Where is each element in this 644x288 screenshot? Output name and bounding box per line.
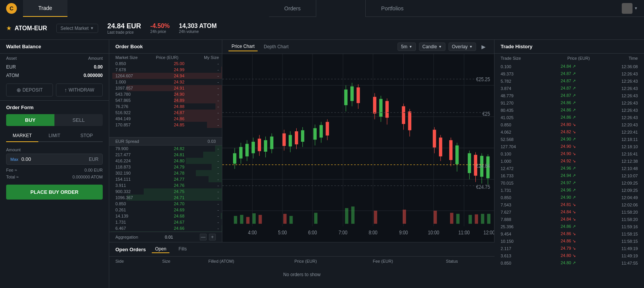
svg-rect-99 <box>345 208 348 224</box>
svg-rect-104 <box>450 213 453 224</box>
deposit-button[interactable]: ⊕ DEPOSIT <box>6 83 53 97</box>
aggregation-plus[interactable]: + <box>209 234 216 241</box>
aggregation-minus[interactable]: — <box>200 234 207 241</box>
ob-col-price: Price (EUR) <box>150 55 184 60</box>
candle-button[interactable]: Candle▼ <box>419 43 445 51</box>
select-market-button[interactable]: Select Market ▼ <box>56 24 98 33</box>
spread-label: EUR Spread <box>115 139 139 144</box>
oo-col-side: Side <box>109 257 156 266</box>
svg-text:€25: €25 <box>483 111 490 117</box>
nav-orders[interactable]: Orders <box>269 0 316 17</box>
svg-rect-61 <box>439 137 442 156</box>
svg-rect-67 <box>468 153 471 173</box>
total-value: 0.000000 ATOM <box>72 175 103 179</box>
open-orders-tab-fills[interactable]: Fills <box>176 245 190 253</box>
svg-text:9:00: 9:00 <box>399 229 408 236</box>
svg-rect-65 <box>455 146 459 164</box>
amount-input[interactable] <box>21 156 89 162</box>
trade-row: 10.150 24.86 ↘ 11:58:15 <box>495 237 644 245</box>
ticker-price-label: Last trade price <box>107 30 141 34</box>
sell-tab[interactable]: SELL <box>54 114 103 126</box>
trade-row: 16.733 24.94 ↗ 12:10:07 <box>495 172 644 179</box>
amount-currency: EUR <box>89 157 99 162</box>
buy-tab[interactable]: BUY <box>6 114 54 126</box>
oo-col-size: Size <box>156 257 202 266</box>
ob-bid-row: 14.139 24.68 - <box>109 213 222 219</box>
ob-bid-row: 118.873 24.79 - <box>109 164 222 170</box>
spread-value: 0.03 <box>208 139 216 144</box>
svg-rect-102 <box>403 209 406 224</box>
svg-text:4:00: 4:00 <box>248 229 257 236</box>
withdraw-button[interactable]: ↑ WITHDRAW <box>56 83 103 97</box>
svg-rect-59 <box>433 130 436 147</box>
chart-tab-price[interactable]: Price Chart <box>228 42 258 51</box>
interval-button[interactable]: 5m▼ <box>398 43 416 51</box>
svg-rect-37 <box>313 128 317 140</box>
svg-rect-23 <box>258 139 261 151</box>
aggregation-value: 0.01 <box>165 235 173 239</box>
trade-row: 49.373 24.87 ↗ 12:26:43 <box>495 70 644 77</box>
amount-label: Amount <box>6 147 103 152</box>
chart-area: €25.25 €25 €24.84 €24.75 4:00 5:00 6:00 <box>222 54 494 242</box>
nav-portfolios[interactable]: Portfolios <box>366 0 419 17</box>
ob-bid-row: 1096.367 24.71 - <box>109 195 222 201</box>
trade-row: 7.543 24.81 ↘ 12:02:06 <box>495 201 644 208</box>
svg-rect-97 <box>289 216 293 224</box>
overlay-button[interactable]: Overlay▼ <box>449 43 476 51</box>
trade-row: 91.270 24.86 ↗ 12:26:43 <box>495 99 644 106</box>
ob-ask-row: 76.276 24.88 - <box>109 103 222 110</box>
open-orders-tab-open[interactable]: Open <box>152 245 169 253</box>
svg-rect-29 <box>283 133 286 146</box>
trade-row: 1.731 24.96 ↗ 12:09:25 <box>495 187 644 194</box>
user-avatar[interactable] <box>622 3 632 14</box>
svg-rect-43 <box>344 90 348 105</box>
svg-rect-31 <box>289 135 292 146</box>
user-dropdown[interactable]: ▼ <box>634 6 638 10</box>
tab-market[interactable]: MARKET <box>6 130 38 142</box>
wallet-row-eur: EUR 0.00 <box>0 63 109 71</box>
ob-ask-row: 7.678 24.99 - <box>109 67 222 73</box>
place-order-button[interactable]: PLACE BUY ORDER <box>6 185 103 200</box>
tab-stop[interactable]: STOP <box>71 130 103 141</box>
amount-max[interactable]: Max <box>10 157 18 162</box>
open-orders-title: Open Orders <box>115 247 146 252</box>
svg-text:€24.84: €24.84 <box>476 163 490 169</box>
ticker-price: 24.84 EUR <box>107 22 141 30</box>
svg-rect-21 <box>251 142 255 153</box>
ob-ask-row: 516.922 24.87 - <box>109 110 222 116</box>
play-button[interactable]: ▶ <box>479 43 488 51</box>
svg-rect-98 <box>314 213 318 224</box>
ob-bid-row: 416.224 24.80 - <box>109 158 222 164</box>
svg-rect-53 <box>385 101 389 118</box>
svg-rect-93 <box>246 217 250 224</box>
tab-limit[interactable]: LIMIT <box>38 130 71 141</box>
trade-row: 0.850 24.90 ↗ 12:04:49 <box>495 194 644 201</box>
trade-row: 0.850 24.80 ↗ 11:47:55 <box>495 259 644 267</box>
ob-ask-row: 1264.607 24.94 - <box>109 73 222 79</box>
ob-bid-row: 0.261 24.69 - <box>109 207 222 213</box>
ob-ask-row: 170.857 24.85 - <box>109 122 222 128</box>
svg-rect-39 <box>320 125 323 137</box>
order-book-header: Order Book <box>109 40 222 54</box>
svg-text:10:00: 10:00 <box>428 229 439 236</box>
svg-rect-55 <box>402 106 405 124</box>
trade-row: 9.454 24.86 ↘ 11:58:15 <box>495 230 644 237</box>
svg-rect-19 <box>245 144 249 157</box>
wallet-col-asset: Asset <box>0 54 48 63</box>
svg-rect-51 <box>379 99 383 116</box>
logo: C <box>0 0 23 17</box>
chart-tab-depth[interactable]: Depth Chart <box>261 43 292 51</box>
nav-trade[interactable]: Trade <box>23 0 67 17</box>
fee-value: 0.00 EUR <box>84 168 103 172</box>
trade-row: 7.888 24.84 ↘ 11:58:20 <box>495 216 644 223</box>
oo-col-filled: Filled (ATOM) <box>202 257 288 266</box>
aggregation-label: Aggregation <box>115 235 138 239</box>
ob-bid-row: 1283.648 24.65 - <box>109 231 222 232</box>
logo-letter: C <box>10 5 13 11</box>
svg-rect-101 <box>374 211 377 224</box>
trade-row: 2.117 24.79 ↘ 11:49:19 <box>495 245 644 252</box>
ob-bid-row: 79.900 24.82 - <box>109 146 222 152</box>
th-col-price: Price (EUR) <box>549 54 608 63</box>
svg-rect-17 <box>239 147 243 159</box>
svg-rect-25 <box>264 140 267 152</box>
